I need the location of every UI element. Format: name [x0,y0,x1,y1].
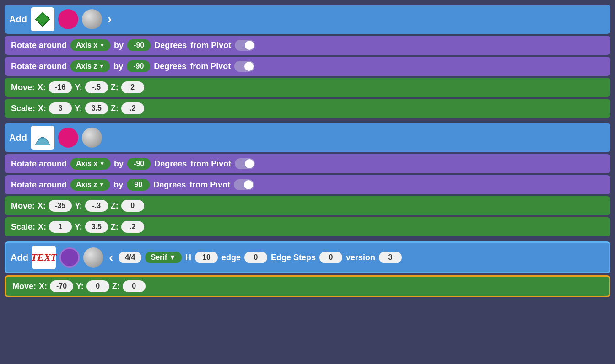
move-x-3[interactable]: -70 [50,280,73,292]
add-row-1: Add › [5,5,610,34]
edge-steps-value[interactable]: 0 [319,252,342,263]
prev-arrow-3[interactable]: ‹ [107,250,115,265]
move-z-2[interactable]: 0 [121,200,144,212]
gray-circle-3[interactable] [83,247,103,268]
axis-x-selector-2a[interactable]: Axis x ▼ [70,158,110,170]
move-y-2[interactable]: -.3 [85,200,108,212]
version-label: version [346,253,375,262]
scale-y-2[interactable]: 3.5 [85,221,108,233]
h-value[interactable]: 10 [195,252,218,263]
move-z-3[interactable]: 0 [123,280,146,292]
green-diamond-icon[interactable] [31,7,54,31]
move-row-2: Move: X: -35 Y: -.3 Z: 0 [5,196,610,215]
sections-container: Add › Rotate around Axi [0,0,615,305]
scale-z-1[interactable]: .2 [121,102,144,114]
add-label-3: Add [11,252,28,263]
next-arrow-1[interactable]: › [106,12,113,27]
magenta-circle-2[interactable] [58,128,78,148]
gray-circle-2[interactable] [82,128,102,148]
section-3: Add TEXT ‹ 4/4 Serif ▼ H [5,241,610,298]
move-row-3: Move: X: -70 Y: 0 Z: 0 [5,275,610,297]
scale-x-2[interactable]: 1 [49,221,72,233]
move-z-1[interactable]: 2 [121,81,144,93]
scale-row-2: Scale: X: 1 Y: 3.5 Z: .2 [5,217,610,236]
add-label-1: Add [9,14,27,25]
rotate-value-2b[interactable]: 90 [127,179,150,191]
add-row-3: Add TEXT ‹ 4/4 Serif ▼ H [5,241,610,273]
edge-steps-label: Edge Steps [271,253,316,262]
move-y-3[interactable]: 0 [86,280,109,292]
section-2: Add Rotate around Axis x ▼ [5,123,610,237]
scale-z-2[interactable]: .2 [121,221,144,233]
section-1: Add › Rotate around Axi [5,5,610,119]
rotate-row-1b: Rotate around Axis z ▼ by -90 Degrees fr… [5,57,610,76]
h-label: H [185,253,191,262]
add-label-2: Add [9,133,27,143]
font-selector[interactable]: Serif ▼ [145,252,181,263]
toggle-2a[interactable] [235,158,255,169]
version-value[interactable]: 3 [379,252,402,263]
blue-wedge-icon[interactable] [31,126,54,150]
edge-value[interactable]: 0 [244,252,267,263]
rotate-label-1b: Rotate around [11,62,67,71]
rotate-value-1a[interactable]: -90 [127,39,151,51]
move-y-1[interactable]: -.5 [85,81,108,93]
gray-circle-1[interactable] [82,9,102,29]
purple-circle-3[interactable] [59,247,80,268]
axis-x-selector-1a[interactable]: Axis x ▼ [70,39,110,51]
scale-row-1: Scale: X: 3 Y: 3.5 Z: .2 [5,99,610,118]
rotate-row-2a: Rotate around Axis x ▼ by -90 Degrees fr… [5,154,610,173]
rotate-value-2a[interactable]: -90 [127,158,151,170]
svg-marker-1 [37,14,48,25]
rotate-label-1a: Rotate around [11,41,67,50]
toggle-2b[interactable] [234,179,254,190]
rotate-row-2b: Rotate around Axis z ▼ by 90 Degrees fro… [5,175,610,194]
rotate-row-1a: Rotate around Axis x ▼ by -90 Degrees fr… [5,36,610,55]
add-row-2: Add [5,123,610,152]
text-icon[interactable]: TEXT [32,246,56,269]
axis-z-selector-2b[interactable]: Axis z ▼ [70,179,110,191]
edge-label: edge [221,253,241,262]
main-container: Add › Rotate around Axi [0,0,615,364]
page-indicator[interactable]: 4/4 [119,252,141,263]
scale-x-1[interactable]: 3 [49,102,72,114]
axis-z-selector-1b[interactable]: Axis z ▼ [70,60,110,72]
move-row-1: Move: X: -16 Y: -.5 Z: 2 [5,78,610,97]
scale-y-1[interactable]: 3.5 [85,102,108,114]
toggle-1b[interactable] [234,61,254,72]
move-x-2[interactable]: -35 [49,200,72,212]
magenta-circle-1[interactable] [58,9,78,29]
rotate-value-1b[interactable]: -90 [127,60,150,72]
toggle-1a[interactable] [235,40,255,51]
move-x-1[interactable]: -16 [49,81,72,93]
